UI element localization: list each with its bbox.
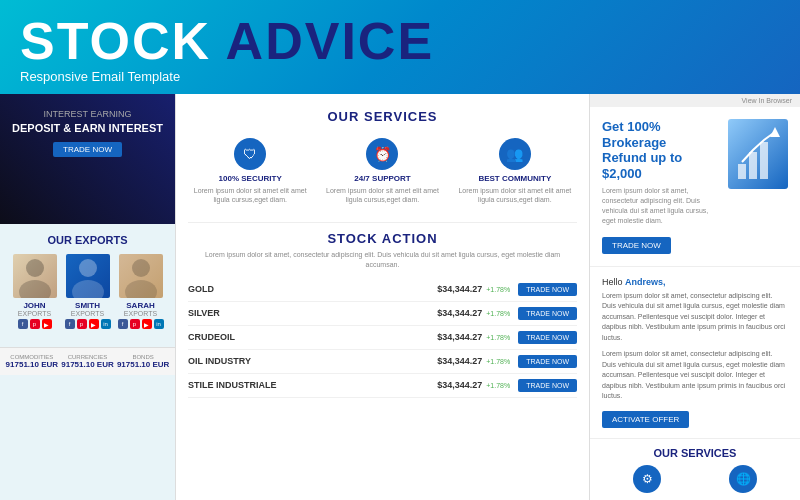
security-icon: 🛡 bbox=[234, 138, 266, 170]
crudeoil-price: $34,344.27 bbox=[437, 332, 482, 342]
sarah-social: f p ▶ in bbox=[117, 319, 165, 329]
silver-price: $34,344.27 bbox=[437, 308, 482, 318]
our-service-globe: 🌐 bbox=[698, 465, 788, 496]
john-role: EXPORTS bbox=[11, 310, 59, 317]
header-title: STOCK ADVICE bbox=[20, 15, 780, 67]
our-service-gear: ⚙ bbox=[602, 465, 692, 496]
svg-rect-7 bbox=[749, 152, 757, 179]
crudeoil-change: +1.78% bbox=[486, 334, 510, 341]
our-services-title: OUR SERVICES bbox=[602, 447, 788, 459]
left-panel: Interest Earning DEPOSIT & EARN INTEREST… bbox=[0, 94, 175, 500]
john-photo bbox=[13, 254, 57, 298]
our-services-grid: ⚙ 🌐 bbox=[602, 465, 788, 496]
smith-name: SMITH bbox=[64, 301, 112, 310]
activate-button[interactable]: ACTIVATE OFFER bbox=[602, 411, 689, 428]
support-name: 24/7 SUPPORT bbox=[324, 174, 440, 183]
sarah-name: SARAH bbox=[117, 301, 165, 310]
header: STOCK ADVICE Responsive Email Template bbox=[0, 0, 800, 94]
smith-photo bbox=[66, 254, 110, 298]
divider bbox=[188, 222, 577, 223]
svg-rect-6 bbox=[738, 164, 746, 179]
svg-point-4 bbox=[132, 259, 150, 277]
export-card-smith: SMITH EXPORTS f p ▶ in bbox=[64, 254, 112, 329]
stat-commodities: COMMODITIES 91751.10 EUR bbox=[6, 354, 58, 369]
svg-point-5 bbox=[125, 280, 157, 298]
stat-currencies: CURRENCIES 91751.10 EUR bbox=[61, 354, 113, 369]
advice-word: ADVICE bbox=[226, 12, 434, 70]
youtube-icon[interactable]: ▶ bbox=[89, 319, 99, 329]
stile-price: $34,344.27 bbox=[437, 380, 482, 390]
pinterest-icon[interactable]: p bbox=[130, 319, 140, 329]
deposit-label: Interest Earning bbox=[10, 109, 165, 119]
youtube-icon[interactable]: ▶ bbox=[142, 319, 152, 329]
stat-bonds: BONDS 91751.10 EUR bbox=[117, 354, 169, 369]
view-in-browser[interactable]: View In Browser bbox=[590, 94, 800, 107]
bonds-value: 91751.10 EUR bbox=[117, 360, 169, 369]
support-desc: Lorem ipsum dolor sit amet elit amet lig… bbox=[324, 186, 440, 204]
stock-row-crudeoil: CRUDEOIL $34,344.27 +1.78% TRADE NOW bbox=[188, 326, 577, 350]
stile-trade-button[interactable]: TRADE NOW bbox=[518, 379, 577, 392]
hello-para1: Lorem ipsum dolor sit amet, consectetur … bbox=[602, 291, 788, 344]
our-services-section: OUR SERVICES ⚙ 🌐 bbox=[590, 439, 800, 500]
deposit-trade-button[interactable]: TRADE NOW bbox=[53, 142, 122, 157]
promo-title: Get 100% BrokerageRefund up to $2,000 bbox=[602, 119, 720, 181]
right-panel: View In Browser Get 100% BrokerageRefund… bbox=[590, 94, 800, 500]
service-support: ⏰ 24/7 SUPPORT Lorem ipsum dolor sit ame… bbox=[320, 132, 444, 210]
john-name: JOHN bbox=[11, 301, 59, 310]
linkedin-icon[interactable]: in bbox=[154, 319, 164, 329]
export-card-john: JOHN EXPORTS f p ▶ bbox=[11, 254, 59, 329]
hello-section: Hello Andrews, Lorem ipsum dolor sit ame… bbox=[590, 267, 800, 439]
oil-trade-button[interactable]: TRADE NOW bbox=[518, 355, 577, 368]
stock-row-gold: GOLD $34,344.27 +1.78% TRADE NOW bbox=[188, 278, 577, 302]
silver-trade-button[interactable]: TRADE NOW bbox=[518, 307, 577, 320]
sarah-photo bbox=[119, 254, 163, 298]
stats-row: COMMODITIES 91751.10 EUR CURRENCIES 9175… bbox=[0, 347, 175, 375]
pinterest-icon[interactable]: p bbox=[30, 319, 40, 329]
exports-heading: OUR EXPORTS bbox=[8, 234, 167, 246]
stile-name: STILE INDUSTRIALE bbox=[188, 380, 437, 390]
stock-row-oil: OIL INDUSTRY $34,344.27 +1.78% TRADE NOW bbox=[188, 350, 577, 374]
currencies-value: 91751.10 EUR bbox=[61, 360, 113, 369]
facebook-icon[interactable]: f bbox=[65, 319, 75, 329]
svg-point-1 bbox=[19, 280, 51, 298]
support-icon: ⏰ bbox=[366, 138, 398, 170]
header-subtitle: Responsive Email Template bbox=[20, 69, 780, 84]
community-icon: 👥 bbox=[499, 138, 531, 170]
silver-name: SILVER bbox=[188, 308, 437, 318]
john-social: f p ▶ bbox=[11, 319, 59, 329]
hello-greeting: Hello Andrews, bbox=[602, 277, 788, 287]
linkedin-icon[interactable]: in bbox=[101, 319, 111, 329]
globe-icon: 🌐 bbox=[729, 465, 757, 493]
main-content: Interest Earning DEPOSIT & EARN INTEREST… bbox=[0, 94, 800, 500]
gear-icon: ⚙ bbox=[633, 465, 661, 493]
security-desc: Lorem ipsum dolor sit amet elit amet lig… bbox=[192, 186, 308, 204]
gold-trade-button[interactable]: TRADE NOW bbox=[518, 283, 577, 296]
oil-price: $34,344.27 bbox=[437, 356, 482, 366]
community-name: BEST COMMUNITY bbox=[457, 174, 573, 183]
smith-role: EXPORTS bbox=[64, 310, 112, 317]
community-desc: Lorem ipsum dolor sit amet elit amet lig… bbox=[457, 186, 573, 204]
stock-row-stile: STILE INDUSTRIALE $34,344.27 +1.78% TRAD… bbox=[188, 374, 577, 398]
svg-point-3 bbox=[72, 280, 104, 298]
sarah-role: EXPORTS bbox=[117, 310, 165, 317]
promo-trade-button[interactable]: TRADE NOW bbox=[602, 237, 671, 254]
gold-price: $34,344.27 bbox=[437, 284, 482, 294]
security-name: 100% SECURITY bbox=[192, 174, 308, 183]
exports-grid: JOHN EXPORTS f p ▶ SMITH EXPORT bbox=[8, 254, 167, 329]
pinterest-icon[interactable]: p bbox=[77, 319, 87, 329]
svg-point-2 bbox=[79, 259, 97, 277]
deposit-section: Interest Earning DEPOSIT & EARN INTEREST… bbox=[0, 94, 175, 224]
youtube-icon[interactable]: ▶ bbox=[42, 319, 52, 329]
commodities-value: 91751.10 EUR bbox=[6, 360, 58, 369]
svg-rect-8 bbox=[760, 142, 768, 179]
facebook-icon[interactable]: f bbox=[118, 319, 128, 329]
stock-action-title: STOCK ACTION bbox=[188, 231, 577, 246]
crudeoil-trade-button[interactable]: TRADE NOW bbox=[518, 331, 577, 344]
services-section: OUR SERVICES 🛡 100% SECURITY Lorem ipsum… bbox=[188, 109, 577, 210]
service-community: 👥 BEST COMMUNITY Lorem ipsum dolor sit a… bbox=[453, 132, 577, 210]
stock-word: STOCK bbox=[20, 12, 211, 70]
facebook-icon[interactable]: f bbox=[18, 319, 28, 329]
oil-name: OIL INDUSTRY bbox=[188, 356, 437, 366]
middle-panel: OUR SERVICES 🛡 100% SECURITY Lorem ipsum… bbox=[175, 94, 590, 500]
services-grid: 🛡 100% SECURITY Lorem ipsum dolor sit am… bbox=[188, 132, 577, 210]
